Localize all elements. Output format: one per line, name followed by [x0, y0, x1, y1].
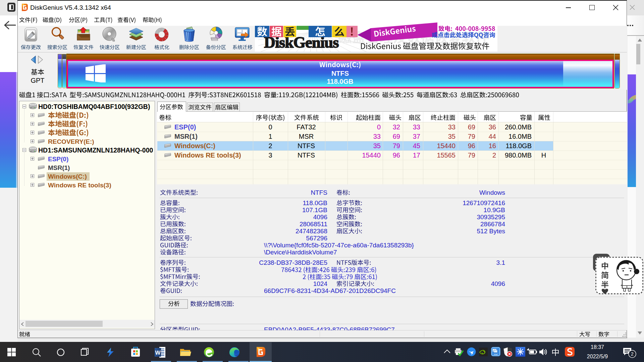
svg-text:W: W — [155, 350, 161, 356]
svg-text:2: 2 — [631, 351, 634, 357]
svg-text:intel: intel — [494, 353, 497, 355]
